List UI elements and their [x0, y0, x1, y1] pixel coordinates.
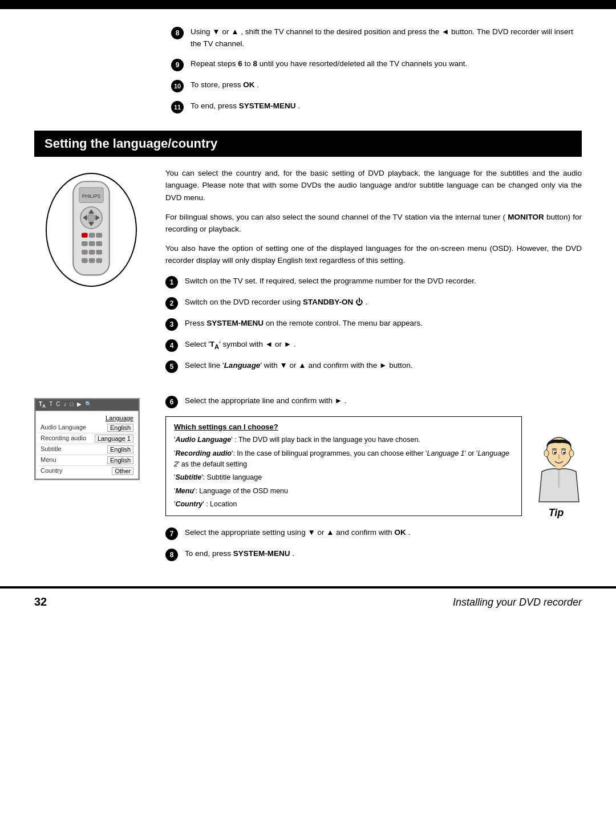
- step-8-lang-text: To end, press SYSTEM-MENU .: [185, 548, 582, 560]
- header-icon-ta: TA: [39, 401, 46, 409]
- footer-title: Installing your DVD recorder: [453, 596, 582, 608]
- step-7-text: Select the appropriate setting using ▼ o…: [185, 527, 582, 539]
- svg-rect-9: [82, 233, 88, 237]
- top-bar-thin: [0, 7, 616, 9]
- step-circle-3: 3: [165, 318, 178, 331]
- step-9-top: 9 Repeat steps 6 to 8 until you have res…: [171, 58, 582, 71]
- step-circle-7: 7: [165, 527, 178, 540]
- step-10-text: To store, press OK .: [191, 79, 582, 91]
- header-icon-music: ♪: [63, 401, 66, 409]
- page-number: 32: [34, 595, 47, 608]
- svg-rect-19: [89, 258, 95, 263]
- step-circle-11: 11: [171, 101, 184, 113]
- tv-screen: TA T C ♪ □ ▶ 🔍 Language Audio Language E…: [34, 398, 140, 480]
- step-3: 3 Press SYSTEM-MENU on the remote contro…: [165, 318, 582, 331]
- intro-para-3: You also have the option of setting one …: [165, 242, 582, 267]
- lower-section: TA T C ♪ □ ▶ 🔍 Language Audio Language E…: [34, 395, 582, 569]
- svg-point-8: [88, 214, 95, 221]
- header-icon-search: 🔍: [85, 401, 92, 409]
- step-8-top: 8 Using ▼ or ▲ , shift the TV channel to…: [171, 26, 582, 50]
- tip-cartoon-container: Tip: [530, 416, 582, 519]
- svg-point-26: [544, 450, 549, 457]
- header-icon-box: □: [70, 401, 73, 409]
- svg-text:PHILIPS: PHILIPS: [82, 193, 101, 199]
- section-container: PHILIPS: [34, 167, 582, 381]
- svg-rect-16: [89, 250, 95, 254]
- step-4: 4 Select 'TA' symbol with ◄ or ► .: [165, 339, 582, 352]
- tip-audio-language: 'Audio Language' : The DVD will play bac…: [174, 435, 513, 445]
- step-circle-5: 5: [165, 360, 178, 373]
- tv-screen-header: TA T C ♪ □ ▶ 🔍: [35, 399, 139, 411]
- section-left: PHILIPS: [34, 167, 148, 381]
- step-circle-6: 6: [165, 396, 178, 408]
- step-4-text: Select 'TA' symbol with ◄ or ► .: [185, 339, 582, 352]
- step-2: 2 Switch on the DVD recorder using STAND…: [165, 297, 582, 310]
- svg-rect-17: [96, 250, 102, 254]
- tip-country: 'Country' : Location: [174, 499, 513, 510]
- footer: 32 Installing your DVD recorder: [0, 589, 616, 615]
- step-circle-8-lang: 8: [165, 549, 178, 561]
- step-5-text: Select line 'Language' with ▼ or ▲ and c…: [185, 360, 582, 372]
- cartoon-person-svg: [530, 436, 582, 505]
- step-1: 1 Switch on the TV set. If required, sel…: [165, 275, 582, 289]
- intro-para-2: For bilingual shows, you can also select…: [165, 211, 582, 236]
- tip-recording-audio: 'Recording audio': In the case of biling…: [174, 448, 513, 470]
- svg-point-24: [554, 452, 556, 455]
- svg-rect-20: [96, 258, 102, 263]
- top-bar-thick: [0, 0, 616, 7]
- step-circle-10: 10: [171, 80, 184, 92]
- step-9-text: Repeat steps 6 to 8 until you have resor…: [191, 58, 582, 70]
- step-11-text: To end, press SYSTEM-MENU .: [191, 100, 582, 112]
- tip-row: Which settings can I choose? 'Audio Lang…: [165, 416, 582, 519]
- step-6: 6 Select the appropriate line and confir…: [165, 395, 582, 408]
- svg-rect-14: [96, 241, 102, 246]
- tip-info-box: Which settings can I choose? 'Audio Lang…: [165, 416, 522, 516]
- tv-row-audio: Audio Language English: [38, 423, 136, 433]
- tip-box-header: Which settings can I choose?: [174, 423, 513, 431]
- step-circle-4: 4: [165, 339, 178, 352]
- step-5: 5 Select line 'Language' with ▼ or ▲ and…: [165, 360, 582, 373]
- svg-rect-12: [82, 241, 88, 246]
- steps-1-5: 1 Switch on the TV set. If required, sel…: [165, 275, 582, 373]
- tip-label: Tip: [549, 507, 564, 519]
- section-right: You can select the country and, for the …: [165, 167, 582, 381]
- remote-image: PHILIPS: [46, 173, 137, 287]
- step-1-text: Switch on the TV set. If required, selec…: [185, 275, 582, 287]
- step-10-top: 10 To store, press OK .: [171, 79, 582, 92]
- tv-row-menu: Menu English: [38, 455, 136, 466]
- steps-top-section: 8 Using ▼ or ▲ , shift the TV channel to…: [171, 26, 582, 113]
- step-8-text: Using ▼ or ▲ , shift the TV channel to t…: [191, 26, 582, 50]
- lower-left: TA T C ♪ □ ▶ 🔍 Language Audio Language E…: [34, 395, 148, 569]
- remote-svg: PHILIPS: [54, 178, 128, 281]
- tip-menu: 'Menu': Language of the OSD menu: [174, 486, 513, 497]
- intro-para-1: You can select the country and, for the …: [165, 167, 582, 204]
- step-circle-1: 1: [165, 276, 178, 289]
- step-6-text: Select the appropriate line and confirm …: [185, 395, 582, 407]
- step-circle-2: 2: [165, 297, 178, 310]
- language-section: Setting the language/country PHILIPS: [34, 131, 582, 570]
- header-icon-t: T: [49, 401, 52, 409]
- tv-row-country: Country Other: [38, 466, 136, 476]
- svg-rect-15: [82, 250, 88, 254]
- svg-rect-13: [89, 241, 95, 246]
- svg-rect-18: [82, 258, 88, 263]
- step-8-lang: 8 To end, press SYSTEM-MENU .: [165, 548, 582, 561]
- tv-row-subtitle: Subtitle English: [38, 444, 136, 455]
- svg-rect-10: [89, 233, 95, 237]
- svg-point-25: [563, 452, 565, 455]
- tv-col-language-header: Language: [38, 413, 136, 423]
- tip-subtitle: 'Subtitle': Subtitle language: [174, 472, 513, 483]
- step-2-text: Switch on the DVD recorder using STANDBY…: [185, 297, 582, 309]
- step-circle-8: 8: [171, 27, 184, 39]
- section-heading: Setting the language/country: [34, 131, 582, 157]
- step-circle-9: 9: [171, 59, 184, 71]
- header-icon-film: ▶: [77, 401, 82, 409]
- step-3-text: Press SYSTEM-MENU on the remote control.…: [185, 318, 582, 330]
- header-icon-c: C: [56, 401, 60, 409]
- svg-point-27: [569, 450, 574, 457]
- lower-right: 6 Select the appropriate line and confir…: [165, 395, 582, 569]
- tv-screen-body: Language Audio Language English Recordin…: [35, 411, 139, 479]
- step-11-top: 11 To end, press SYSTEM-MENU .: [171, 100, 582, 113]
- step-7: 7 Select the appropriate setting using ▼…: [165, 527, 582, 540]
- svg-rect-11: [96, 233, 102, 237]
